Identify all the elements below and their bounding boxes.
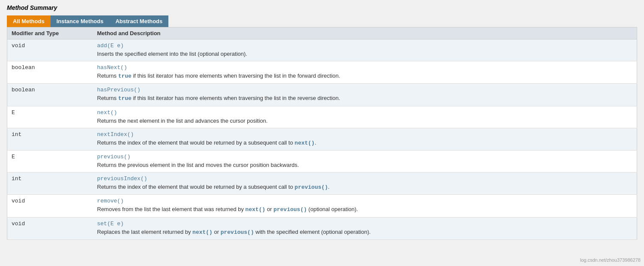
header-method: Method and Description	[93, 27, 637, 39]
table-row: Enext()Returns the next element in the l…	[7, 106, 637, 128]
method-description: Returns the index of the element that wo…	[97, 183, 633, 191]
tab-instance-methods[interactable]: Instance Methods	[51, 15, 110, 27]
modifier-cell: int	[7, 128, 93, 150]
method-description: Returns the previous element in the list…	[97, 161, 633, 169]
method-signature[interactable]: set(E e)	[97, 221, 633, 227]
method-cell: previousIndex()Returns the index of the …	[93, 172, 637, 195]
table-header-row: Modifier and Type Method and Description	[7, 27, 637, 39]
method-signature[interactable]: nextIndex()	[97, 131, 633, 138]
modifier-cell: boolean	[7, 84, 93, 106]
method-cell: previous()Returns the previous element i…	[93, 150, 637, 172]
method-signature[interactable]: hasPrevious()	[97, 87, 633, 93]
method-signature[interactable]: previous()	[97, 154, 633, 160]
method-signature[interactable]: next()	[97, 109, 633, 116]
modifier-cell: void	[7, 39, 93, 61]
method-signature[interactable]: hasNext()	[97, 64, 633, 71]
method-cell: next()Returns the next element in the li…	[93, 106, 637, 128]
header-modifier: Modifier and Type	[7, 27, 93, 39]
method-description: Inserts the specified element into the l…	[97, 50, 633, 58]
modifier-cell: E	[7, 150, 93, 172]
tab-abstract-methods[interactable]: Abstract Methods	[109, 15, 168, 27]
method-cell: set(E e)Replaces the last element return…	[93, 217, 637, 239]
table-row: intnextIndex()Returns the index of the e…	[7, 128, 637, 150]
modifier-cell: void	[7, 195, 93, 217]
tab-all-methods[interactable]: All Methods	[7, 15, 51, 27]
method-cell: remove()Removes from the list the last e…	[93, 195, 637, 217]
method-cell: nextIndex()Returns the index of the elem…	[93, 128, 637, 150]
method-description: Returns true if this list iterator has m…	[97, 72, 633, 80]
method-description: Returns the index of the element that wo…	[97, 139, 633, 147]
tab-bar: All Methods Instance Methods Abstract Me…	[7, 15, 637, 27]
table-row: booleanhasPrevious()Returns true if this…	[7, 84, 637, 106]
method-signature[interactable]: remove()	[97, 198, 633, 204]
method-cell: hasNext()Returns true if this list itera…	[93, 61, 637, 84]
method-description: Returns true if this list iterator has m…	[97, 94, 633, 103]
table-row: booleanhasNext()Returns true if this lis…	[7, 61, 637, 84]
method-signature[interactable]: add(E e)	[97, 42, 633, 49]
method-table: Modifier and Type Method and Description…	[7, 27, 637, 240]
table-row: voidset(E e)Replaces the last element re…	[7, 217, 637, 239]
method-description: Returns the next element in the list and…	[97, 117, 633, 125]
table-row: intpreviousIndex()Returns the index of t…	[7, 172, 637, 195]
table-row: voidadd(E e)Inserts the specified elemen…	[7, 39, 637, 61]
method-signature[interactable]: previousIndex()	[97, 175, 633, 182]
method-description: Replaces the last element returned by ne…	[97, 228, 633, 236]
method-cell: add(E e)Inserts the specified element in…	[93, 39, 637, 61]
modifier-cell: int	[7, 172, 93, 195]
modifier-cell: void	[7, 217, 93, 239]
table-row: voidremove()Removes from the list the la…	[7, 195, 637, 217]
page-title: Method Summary	[7, 4, 637, 11]
method-cell: hasPrevious()Returns true if this list i…	[93, 84, 637, 106]
table-row: Eprevious()Returns the previous element …	[7, 150, 637, 172]
modifier-cell: boolean	[7, 61, 93, 84]
method-description: Removes from the list the last element t…	[97, 206, 633, 214]
modifier-cell: E	[7, 106, 93, 128]
